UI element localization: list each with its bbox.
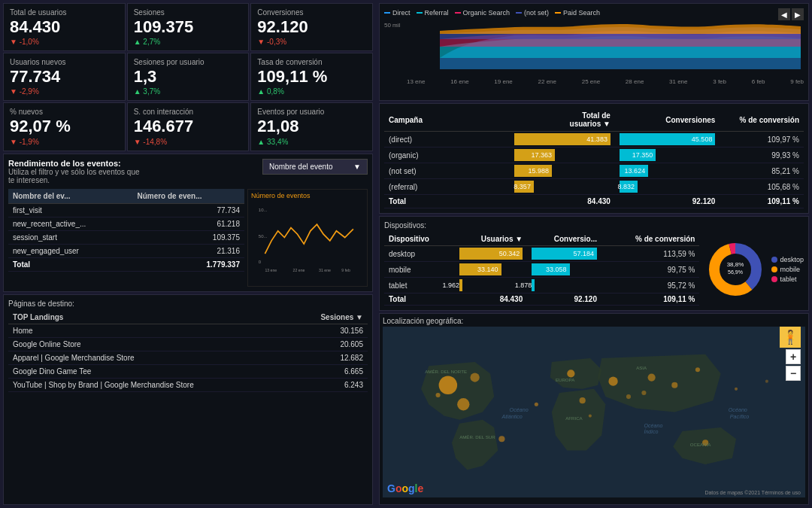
metric-card: Eventos por usuario 21,08 33,4% [250, 102, 373, 151]
donut-legend-item: desktop [771, 256, 804, 263]
landing-col-sessions: Sesiones ▼ [291, 311, 368, 324]
devices-title: Dispositivos: [384, 221, 804, 230]
svg-text:31 ene: 31 ene [319, 268, 331, 272]
svg-text:22 ene: 22 ene [293, 268, 305, 272]
legend-item: Paid Search [555, 9, 600, 17]
landing-table-row: Apparel | Google Merchandise Store12.682 [8, 351, 368, 364]
zoom-out-button[interactable]: − [786, 366, 801, 381]
camp-col-campaign: Campaña [384, 108, 510, 132]
metric-card: Usuarios nuevos 77.734 -2,9% [3, 53, 126, 101]
dev-col-conv: Conversio... [527, 233, 601, 246]
metric-card: % nuevos 92,07 % -1,9% [3, 102, 126, 151]
svg-text:Océano: Océano [729, 408, 747, 414]
donut-legend-item: mobile [771, 266, 804, 273]
donut-chart: 38,8% 56,9% [705, 239, 765, 300]
landing-table-row: Google Online Store20.605 [8, 337, 368, 351]
map-area: Océano Atlántico Océano Pacífico Océano … [383, 327, 805, 497]
right-panel: DirectReferralOrganic Search(not set)Pai… [376, 0, 812, 508]
event-title: Rendimiento de los eventos: [8, 159, 140, 168]
zoom-in-button[interactable]: + [786, 349, 801, 364]
campaign-total-row: Total 84.430 92.120 109,11 % [384, 195, 804, 208]
svg-point-21 [695, 367, 700, 372]
nav-next[interactable]: ▶ [792, 8, 804, 20]
dev-col-device: Dispositivo [384, 233, 455, 246]
svg-text:Atlántico: Atlántico [501, 414, 522, 420]
svg-text:0: 0 [259, 260, 262, 264]
nav-arrows[interactable]: ◀ ▶ [778, 8, 804, 20]
landing-col-name: TOP Landings [8, 311, 291, 324]
map-attribution: Datos de mapas ©2021 Términos de uso [704, 490, 801, 495]
person-icon[interactable]: 🧍 [780, 327, 801, 348]
svg-text:Océano: Océano [644, 423, 662, 429]
event-section: Rendimiento de los eventos: Utiliza el f… [3, 154, 373, 292]
svg-text:AFRICA: AFRICA [565, 415, 583, 421]
nav-prev[interactable]: ◀ [778, 8, 790, 20]
svg-point-18 [608, 376, 617, 385]
landing-section: Páginas de destino: TOP Landings Sesione… [3, 294, 373, 505]
google-logo: Google [387, 482, 423, 494]
svg-point-28 [735, 388, 738, 391]
svg-point-26 [535, 403, 538, 406]
landing-table-row: Google Dino Game Tee6.665 [8, 364, 368, 378]
camp-col-users: Total deusuarios ▼ [510, 108, 615, 132]
svg-point-13 [439, 376, 458, 394]
svg-point-20 [671, 382, 677, 388]
svg-point-27 [589, 415, 592, 418]
metric-card: Conversiones 92.120 -0,3% [250, 3, 373, 51]
metric-card: Sesiones por usuario 1,3 3,7% [127, 53, 250, 101]
svg-point-29 [765, 380, 768, 383]
device-table-row: desktop 50.342 57.184 113,59 % [384, 246, 699, 262]
svg-text:AMÉR. DEL NORTE: AMÉR. DEL NORTE [425, 369, 467, 374]
campaign-table-row: (not set) 15.988 13.624 85,21 % [384, 163, 804, 179]
svg-text:50...: 50... [259, 233, 268, 238]
event-dropdown[interactable]: Nombre del evento ▼ [262, 159, 368, 175]
traffic-chart-svg [407, 20, 812, 69]
svg-point-17 [580, 397, 586, 403]
event-table-row: first_visit77.734 [8, 203, 244, 217]
svg-text:Pacífico: Pacífico [730, 414, 749, 420]
donut-legend: desktopmobiletablet [771, 256, 804, 283]
campaign-table-row: (direct) 41.383 45.508 109,97 % [384, 132, 804, 148]
map-controls[interactable]: + − [786, 349, 801, 381]
svg-text:OCEANÍA: OCEANÍA [690, 442, 711, 447]
svg-text:38,8%: 38,8% [727, 261, 744, 268]
svg-text:AMÉR. DEL SUR: AMÉR. DEL SUR [459, 434, 495, 440]
svg-point-15 [470, 373, 479, 382]
devices-table: Dispositivo Usuarios ▼ Conversio... % de… [384, 233, 699, 306]
traffic-chart-area: 50 mil [384, 20, 804, 77]
landing-table-row: YouTube | Shop by Brand | Google Merchan… [8, 378, 368, 391]
event-col-name: Nombre del ev... [8, 189, 132, 204]
svg-point-30 [436, 393, 441, 397]
svg-point-14 [457, 398, 469, 410]
svg-point-25 [641, 391, 646, 395]
event-col-value: Número de even... [132, 189, 244, 204]
metric-card: Tasa de conversión 109,11 % 0,8% [250, 53, 373, 101]
svg-text:9 feb: 9 feb [341, 268, 350, 272]
dev-col-pct: % de conversión [601, 233, 699, 246]
event-subtitle: Utiliza el filtro y ve sólo los eventos … [8, 168, 140, 184]
legend-item: Organic Search [455, 9, 511, 17]
dashboard: Total de usuarios 84.430 -1,0% Sesiones … [0, 0, 812, 508]
svg-text:56,9%: 56,9% [729, 269, 744, 275]
metric-card: S. con interacción 146.677 -14,8% [127, 102, 250, 151]
svg-text:13 ene: 13 ene [265, 268, 277, 272]
event-table: Nombre del ev... Número de even... first… [8, 189, 244, 287]
svg-point-24 [626, 394, 631, 399]
device-table-row: tablet 1.962 1.878 95,72 % [384, 278, 699, 294]
event-table-row: new_recent_active_...61.218 [8, 217, 244, 230]
traffic-x-labels: 13 ene16 ene19 ene22 ene25 ene28 ene31 e… [407, 78, 804, 85]
campaign-section: Campaña Total deusuarios ▼ Conversiones … [379, 103, 809, 214]
svg-point-19 [648, 373, 656, 381]
traffic-legend: DirectReferralOrganic Search(not set)Pai… [384, 9, 600, 17]
event-table-row: session_start109.375 [8, 230, 244, 244]
svg-text:Índico: Índico [644, 428, 658, 435]
legend-item: Referral [417, 9, 449, 17]
map-section: Localización geográfica: [379, 313, 809, 505]
device-table-row: mobile 33.140 33.058 99,75 % [384, 262, 699, 278]
event-table-row: new_engaged_user21.316 [8, 244, 244, 257]
metric-card: Total de usuarios 84.430 -1,0% [3, 3, 126, 51]
legend-item: Direct [384, 9, 411, 17]
svg-text:10...: 10... [259, 208, 268, 212]
campaign-table-row: (organic) 17.363 17.350 99,93 % [384, 148, 804, 163]
device-total-row: Total 84.430 92.120 109,11 % [384, 294, 699, 306]
